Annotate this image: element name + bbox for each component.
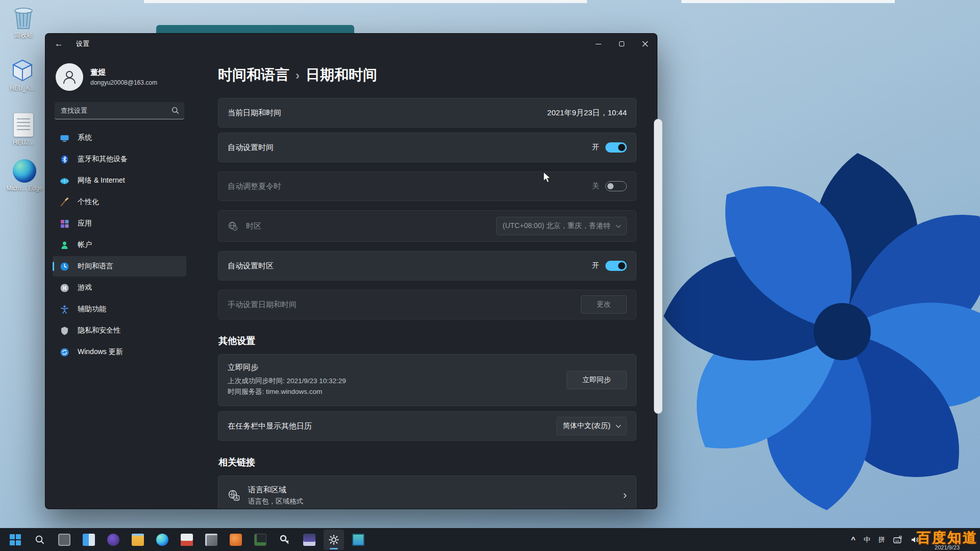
taskbar-app-widgets[interactable]	[79, 530, 99, 550]
timezone-dropdown[interactable]: (UTC+08:00) 北京，重庆，香港特	[496, 217, 627, 235]
user-profile[interactable]: 董煜 dongyu20008@163.com	[53, 58, 186, 99]
avatar	[56, 63, 83, 91]
taskbar-app-orange[interactable]	[226, 530, 246, 550]
row-auto-timezone: 自动设置时区 开	[218, 251, 636, 281]
calendar-value: 简体中文(农历)	[563, 421, 610, 431]
windows-update-icon	[60, 347, 69, 357]
current-datetime-value: 2021年9月23日，10:44	[547, 108, 627, 118]
sidebar-item-apps[interactable]: 应用	[53, 213, 186, 234]
search-input[interactable]	[55, 102, 184, 119]
taskbar-app-monitor[interactable]	[348, 530, 369, 550]
taskbar-app-terminal[interactable]	[250, 530, 271, 550]
row-auto-time: 自动设置时间 开	[218, 133, 636, 162]
sidebar-item-accessibility[interactable]: 辅助功能	[53, 299, 186, 319]
row-language-region[interactable]: 语言和区域 语言包，区域格式 ›	[218, 475, 636, 509]
sidebar-item-time-language[interactable]: 时间和语言	[53, 256, 186, 277]
language-region-icon	[228, 489, 240, 502]
folder-icon	[132, 534, 144, 546]
desktop-icon-heu-k[interactable]: HEU_K...	[2, 57, 43, 92]
sidebar-item-privacy[interactable]: 隐私和安全性	[53, 320, 186, 341]
sidebar-item-gaming[interactable]: 游戏	[53, 278, 186, 298]
sidebar-item-bluetooth[interactable]: 蓝牙和其他设备	[53, 149, 186, 169]
maximize-icon	[619, 41, 624, 46]
user-email: dongyu20008@163.com	[90, 79, 157, 86]
taskbar-app-edge[interactable]	[152, 530, 173, 550]
minimize-button[interactable]	[586, 34, 610, 54]
row-sync: 立即同步 上次成功同步时间: 2021/9/23 10:32:29 时间服务器:…	[218, 354, 636, 406]
toggle-state-label: 关	[592, 182, 599, 191]
sync-now-button[interactable]: 立即同步	[567, 371, 627, 389]
main-content: 时间和语言 › 日期和时间 当前日期和时间 2021年9月23日，10:44 自…	[194, 54, 657, 509]
sidebar-item-network[interactable]: 网络 & Internet	[53, 170, 186, 191]
row-label: 自动调整夏令时	[228, 182, 281, 191]
close-button[interactable]	[633, 34, 657, 54]
sync-title: 立即同步	[228, 363, 346, 372]
bluetooth-icon	[60, 155, 69, 164]
calendar-dropdown[interactable]: 简体中文(农历)	[556, 417, 627, 435]
timezone-value: (UTC+08:00) 北京，重庆，香港特	[503, 221, 610, 231]
taskbar-app-store[interactable]	[103, 530, 124, 550]
row-label: 自动设置时区	[228, 261, 274, 271]
ime-language-indicator[interactable]: 中	[864, 535, 870, 544]
chevron-down-icon	[616, 422, 621, 428]
desktop-icon-label: HEU_K...	[2, 85, 43, 92]
taskbar-app-file-explorer[interactable]	[128, 530, 148, 550]
touch-keyboard-icon[interactable]	[893, 536, 902, 544]
shield-icon	[60, 326, 69, 336]
desktop-icon-label: Micro... Edge	[4, 185, 45, 192]
toggle-state-label: 开	[592, 261, 599, 270]
mail-app-icon	[181, 534, 193, 546]
sync-server: 时间服务器: time.windows.com	[228, 387, 346, 397]
chevron-right-icon: ›	[296, 68, 300, 83]
user-name: 董煜	[90, 68, 157, 78]
sidebar-item-windows-update[interactable]: Windows 更新	[53, 342, 186, 362]
back-icon[interactable]: ←	[55, 39, 69, 49]
desktop-icon-recycle-bin[interactable]: 回收站	[3, 4, 44, 39]
taskbar-app-settings[interactable]	[324, 530, 344, 550]
taskbar-app-task-view[interactable]	[54, 530, 75, 550]
auto-dst-toggle[interactable]	[605, 181, 627, 191]
desktop-icon-edge[interactable]: Micro... Edge	[4, 157, 45, 192]
sidebar-item-accounts[interactable]: 帐户	[53, 235, 186, 255]
tray-expand-icon[interactable]: ^	[851, 535, 855, 544]
toggle-state-label: 开	[592, 143, 599, 152]
sidebar-item-label: 游戏	[78, 283, 92, 292]
document-icon	[3, 111, 44, 137]
sidebar-item-system[interactable]: 系统	[53, 128, 186, 148]
row-extra-calendar: 在任务栏中显示其他日历 简体中文(农历)	[218, 411, 636, 441]
taskbar-app-mail[interactable]	[177, 530, 197, 550]
change-button[interactable]: 更改	[581, 295, 627, 314]
settings-window: ← 设置 董煜 dongyu20008@163.com	[45, 33, 657, 509]
start-button[interactable]	[5, 530, 26, 550]
window-title: 设置	[76, 39, 89, 48]
related-link-subtitle: 语言包，区域格式	[248, 497, 303, 506]
mouse-cursor	[543, 171, 553, 184]
titlebar[interactable]: ← 设置	[45, 34, 657, 54]
taskbar-app-input[interactable]	[299, 530, 320, 550]
desktop-icon-label: HEU2...	[3, 139, 44, 146]
auto-timezone-toggle[interactable]	[605, 261, 627, 271]
taskbar-app-keys[interactable]	[275, 530, 295, 550]
taskbar-app-photos[interactable]	[201, 530, 222, 550]
cube-app-icon	[2, 57, 43, 83]
scrollbar[interactable]	[654, 119, 663, 414]
background-window-titlebar	[156, 25, 354, 34]
maximize-button[interactable]	[610, 34, 633, 54]
timezone-globe-clock-icon	[228, 221, 238, 231]
monitor-app-icon	[352, 534, 364, 546]
ime-mode-indicator[interactable]: 拼	[878, 535, 885, 544]
desktop-icon-heu2[interactable]: HEU2...	[3, 111, 44, 146]
sidebar-item-personalization[interactable]: 个性化	[53, 192, 186, 212]
input-app-icon	[303, 534, 315, 546]
widgets-icon	[83, 534, 95, 546]
gear-icon	[328, 534, 340, 546]
breadcrumb-parent[interactable]: 时间和语言	[218, 65, 289, 85]
auto-time-toggle[interactable]	[605, 142, 627, 153]
edge-icon	[156, 534, 168, 546]
terminal-icon	[254, 534, 266, 546]
section-header-related-links: 相关链接	[218, 456, 636, 468]
accounts-icon	[60, 240, 69, 250]
taskbar-search-button[interactable]	[30, 530, 50, 550]
store-icon	[107, 534, 119, 546]
accessibility-icon	[60, 305, 69, 314]
